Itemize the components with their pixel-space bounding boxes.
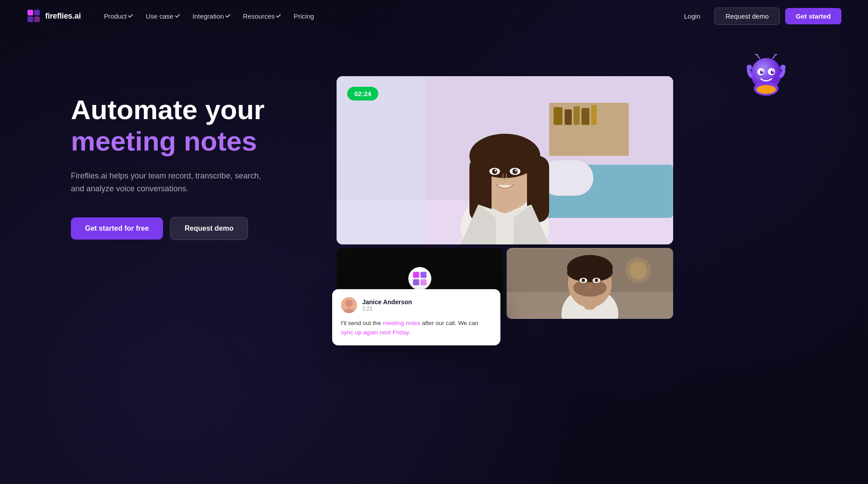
nav-menu: Product Use case Integration Resources P… [98,9,319,23]
svg-rect-1 [34,10,40,15]
svg-rect-49 [420,272,426,278]
nav-item-use-case[interactable]: Use case [140,9,186,23]
chevron-down-icon [128,13,133,18]
robot-mascot-svg [744,54,788,103]
hero-right: 02:24 Janice Anderson 1:21 [337,67,797,319]
timer-badge: 02:24 [347,87,378,101]
navbar: fireflies.ai Product Use case Integratio… [0,0,868,32]
nav-item-integration[interactable]: Integration [187,9,236,23]
chevron-down-icon [276,13,281,18]
svg-point-17 [747,65,752,70]
hero-heading-line2: meeting notes [71,126,257,156]
nav-item-resources[interactable]: Resources [238,9,287,23]
request-demo-hero-button[interactable]: Request demo [170,217,248,240]
svg-rect-29 [337,76,425,244]
nav-item-product[interactable]: Product [98,9,139,23]
svg-rect-28 [591,105,597,125]
svg-point-43 [495,170,496,171]
hero-subtext: Fireflies.ai helps your team record, tra… [71,170,266,196]
avatar-svg [341,297,357,313]
chat-person-name: Janice Anderson [362,298,412,306]
svg-point-65 [581,279,585,282]
svg-rect-48 [413,272,419,278]
chat-meta: Janice Anderson 1:21 [362,298,412,312]
request-demo-button[interactable]: Request demo [714,8,780,25]
nav-left: fireflies.ai Product Use case Integratio… [27,9,319,23]
svg-rect-51 [420,279,426,285]
hero-heading: Automate your meeting notes [71,94,301,157]
svg-rect-25 [565,109,572,125]
svg-rect-24 [554,107,562,125]
hero-buttons: Get started for free Request demo [71,217,301,240]
nav-right: Login Request demo Get started [675,8,841,25]
svg-rect-2 [27,16,33,22]
chevron-down-icon [225,13,230,18]
svg-rect-3 [34,16,40,22]
svg-rect-26 [574,106,580,125]
video-man [507,248,673,319]
chevron-down-icon [175,13,180,18]
svg-rect-50 [413,279,419,285]
hero-left: Automate your meeting notes Fireflies.ai… [71,67,301,240]
chat-bubble: Janice Anderson 1:21 I'll send out the m… [332,289,500,345]
brand-name: fireflies.ai [45,12,81,21]
svg-point-66 [595,279,598,282]
svg-point-41 [492,169,497,174]
video-main: 02:24 [337,76,673,244]
svg-point-44 [515,170,517,171]
get-started-free-button[interactable]: Get started for free [71,217,163,240]
svg-point-18 [780,65,786,70]
chat-avatar [341,297,357,313]
chat-link-meeting-notes: meeting notes [383,320,420,326]
svg-point-15 [772,71,774,72]
svg-point-55 [629,262,647,279]
hero-section: Automate your meeting notes Fireflies.ai… [0,32,868,345]
login-button[interactable]: Login [675,8,709,24]
chat-message-before: I'll send out the [341,320,383,326]
svg-point-46 [345,300,353,307]
svg-rect-27 [581,108,589,125]
notetaker-logo-svg [412,271,428,287]
chat-message-middle: after our call. We can [420,320,478,326]
chat-timestamp: 1:21 [362,306,412,312]
svg-point-14 [762,71,763,72]
logo[interactable]: fireflies.ai [27,9,81,23]
main-video-bg [337,76,673,244]
svg-point-42 [512,169,518,174]
chat-link-sync-up: sync up again next Friday. [341,329,411,336]
man-video-svg [507,248,673,319]
chat-message: I'll send out the meeting notes after ou… [341,318,492,337]
hero-heading-line1: Automate your [71,94,264,125]
nav-item-pricing[interactable]: Pricing [288,9,319,23]
chat-header: Janice Anderson 1:21 [341,297,492,313]
svg-rect-0 [27,10,33,15]
robot-mascot [744,54,788,103]
notetaker-icon [408,267,431,290]
video-grid: 02:24 Janice Anderson 1:21 [337,76,673,319]
get-started-nav-button[interactable]: Get started [785,8,841,24]
svg-point-19 [756,85,776,94]
logo-icon [27,9,41,23]
